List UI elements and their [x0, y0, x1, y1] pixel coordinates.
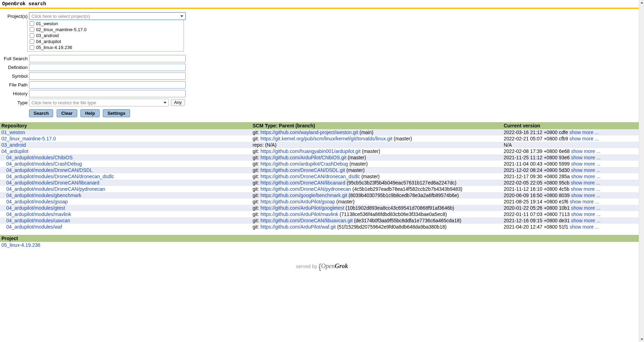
show-more-link[interactable]: show more ...	[571, 218, 600, 223]
scm-branch: (master)	[392, 136, 412, 141]
repo-link[interactable]: 01_weston	[1, 130, 25, 135]
repository-table: Repository SCM Type: Parent (branch) Cur…	[0, 122, 644, 230]
settings-button[interactable]: Settings	[103, 109, 130, 117]
scrollbar[interactable]	[639, 0, 644, 271]
scm-prefix: git:	[252, 136, 260, 141]
search-form: Project(s) Click here to select project(…	[0, 12, 644, 121]
scm-url[interactable]: https://github.com/DroneCAN/libcanard	[260, 180, 345, 186]
repo-link[interactable]: 04_ardupilot/modules/DroneCAN/pydronecan	[6, 186, 105, 192]
project-checkbox[interactable]	[30, 27, 34, 32]
scm-url[interactable]: https://github.com/DroneCAN/DSDL.git	[260, 167, 345, 173]
show-more-link[interactable]: show more ...	[571, 180, 600, 186]
repo-link[interactable]: 04_ardupilot/modules/gtest	[6, 205, 65, 211]
repo-link[interactable]: 04_ardupilot/modules/ChibiOS	[6, 155, 73, 160]
version-text: 2021-12-16 09:15 +0800 de31	[504, 218, 571, 223]
project-option[interactable]: 01_weston	[28, 21, 184, 27]
repo-link[interactable]: 04_ardupilot/modules/gbenchmark	[6, 193, 81, 198]
project-checkbox[interactable]	[30, 39, 34, 44]
scm-url[interactable]: https://github.com/huangyabin001/ardupil…	[260, 148, 360, 154]
show-more-link[interactable]: show more ...	[571, 148, 600, 154]
symbol-input[interactable]	[29, 72, 186, 80]
scm-url[interactable]: https://github.com/ArduPilot/gsoap	[260, 199, 335, 204]
project-option-label: 04_ardupilot	[36, 39, 61, 44]
scm-branch: (master)	[348, 161, 368, 167]
scm-branch: (master)	[346, 155, 366, 160]
scroll-up-icon[interactable]	[639, 0, 644, 5]
show-more-link[interactable]: show more ...	[571, 161, 600, 167]
project-select[interactable]: Click here to select project(s)	[29, 12, 186, 20]
repo-link[interactable]: 04_ardupilot/modules/waf	[6, 224, 62, 230]
repo-link[interactable]: 04_ardupilot/modules/mavlink	[6, 211, 71, 217]
project-checkbox[interactable]	[30, 45, 34, 50]
repo-link[interactable]: 04_ardupilot/modules/CrashDebug	[6, 161, 82, 167]
repo-link[interactable]: 04_ardupilot/modules/gsoap	[6, 199, 68, 204]
version-text: 2022-01-11 07:03 +0800 7113	[504, 211, 571, 217]
table-row: 04_ardupilot/modules/wafgit: https://git…	[0, 224, 644, 230]
scm-url[interactable]: https://git.kernel.org/pub/scm/linux/ker…	[260, 136, 392, 141]
scm-prefix: git:	[252, 205, 260, 211]
version-text: 2021-11-12 16:10 +0800 4c5b	[504, 186, 571, 192]
show-more-link[interactable]: show more ...	[570, 136, 599, 141]
search-button[interactable]: Search	[29, 109, 53, 117]
project-option[interactable]: 05_linux-4.19.236	[28, 44, 184, 50]
version-text: 2021-04-20 12:47 +0800 51f1	[504, 224, 570, 230]
project-option[interactable]: 02_linux_mainline-5.17.0	[28, 27, 184, 33]
scm-url[interactable]: https://github.com/DroneCAN/dronecan_dsd…	[260, 174, 360, 179]
scm-url[interactable]: https://github.com/ArduPilot/waf.git	[260, 224, 336, 230]
scm-url[interactable]: https://github.com/DroneCAN/libuavcan.gi…	[260, 218, 353, 223]
show-more-link[interactable]: show more ...	[571, 211, 600, 217]
repo-link[interactable]: 04_ardupilot/modules/uavcan	[6, 218, 70, 223]
show-more-link[interactable]: show more ...	[571, 167, 600, 173]
scm-prefix: git:	[252, 186, 260, 192]
scm-url[interactable]: https://github.com/DroneCAN/pydronecan	[260, 186, 351, 192]
scm-url[interactable]: https://github.com/wayland-project/westo…	[260, 130, 358, 135]
show-more-link[interactable]: show more ...	[571, 186, 600, 192]
scm-prefix: git:	[252, 130, 260, 135]
file-path-input[interactable]	[29, 81, 186, 89]
scm-url[interactable]: https://github.com/google/benchmark.git	[260, 193, 347, 198]
repo-link[interactable]: 03_android	[1, 142, 26, 148]
show-more-link[interactable]: show more ...	[571, 193, 600, 198]
project-placeholder: Click here to select project(s)	[31, 14, 90, 19]
version-text: N/A	[504, 142, 512, 148]
clear-button[interactable]: Clear	[57, 109, 77, 117]
repo-link[interactable]: 04_ardupilot/modules/DroneCAN/DSDL	[6, 167, 93, 173]
show-more-link[interactable]: show more ...	[571, 174, 600, 179]
type-select[interactable]: Click here to restrict the file type	[29, 99, 169, 106]
repo-link[interactable]: 04_ardupilot/modules/DroneCAN/libcanard	[6, 180, 99, 186]
table-row: 04_ardupilot/modules/gbenchmarkgit: http…	[0, 192, 644, 198]
show-more-link[interactable]: show more ...	[571, 205, 600, 211]
history-input[interactable]	[29, 90, 186, 97]
help-button[interactable]: Help	[80, 109, 99, 117]
brand-grok: Grok	[335, 263, 348, 270]
definition-label: Definition	[2, 65, 28, 70]
project-link[interactable]: 05_linux-4.19.236	[1, 242, 40, 248]
repo-link[interactable]: 04_ardupilot/modules/DroneCAN/dronecan_d…	[6, 174, 114, 179]
scm-branch: (master)	[345, 167, 365, 173]
show-more-link[interactable]: show more ...	[570, 130, 599, 135]
definition-input[interactable]	[29, 64, 186, 71]
version-text: 2022-02-08 17:39 +0800 6e68	[504, 148, 571, 154]
project-option[interactable]: 04_ardupilot	[28, 39, 184, 44]
project-checkbox[interactable]	[30, 21, 34, 26]
scm-url[interactable]: https://github.com/ArduPilot/googletest	[260, 205, 344, 211]
file-path-label: File Path	[2, 82, 28, 88]
project-option[interactable]: 03_android	[28, 33, 184, 39]
table-row: 04_ardupilot/modules/gsoapgit: https://g…	[0, 198, 644, 205]
project-option-label: 03_android	[36, 33, 59, 38]
scm-branch: (10b1902d893ea8cc43c69541d70868f91af3646…	[344, 205, 455, 211]
table-row: 04_ardupilot/modules/DroneCAN/libcanardg…	[0, 180, 644, 186]
show-more-link[interactable]: show more ...	[570, 199, 599, 204]
project-checkbox[interactable]	[30, 33, 34, 38]
show-more-link[interactable]: show more ...	[570, 224, 599, 230]
any-button[interactable]: Any	[171, 99, 185, 106]
scm-url[interactable]: https://github.com/ardupilot/CrashDebug	[260, 161, 348, 167]
repo-link[interactable]: 04_ardupilot	[1, 148, 28, 154]
table-row: 04_ardupilot/modules/DroneCAN/pydronecan…	[0, 186, 644, 192]
show-more-link[interactable]: show more ...	[571, 155, 600, 160]
repo-link[interactable]: 02_linux_mainline-5.17.0	[1, 136, 56, 141]
scm-url[interactable]: https://github.com/ArduPilot/ChibiOS.git	[260, 155, 346, 160]
full-search-input[interactable]	[29, 55, 186, 62]
scm-url[interactable]: https://github.com/ArduPilot/mavlink	[260, 211, 338, 217]
scm-prefix: git:	[252, 193, 260, 198]
